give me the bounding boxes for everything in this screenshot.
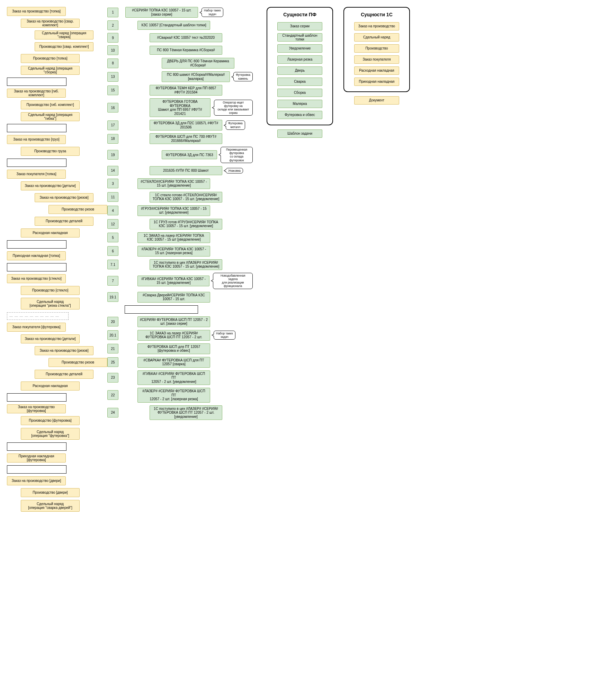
- callout: Футеровка металл: [226, 120, 245, 129]
- left-node: Производство [футеровка]: [21, 416, 80, 425]
- mid-node: 1С стекло готово #СТЕКЛО##СЕРИЯ# ТОПКА К…: [150, 192, 222, 203]
- mid-row: 8ДВЕРЬ ДЛЯ ПС 800 Тёмная Керамика #Сборк…: [107, 58, 253, 69]
- row-number: 20: [107, 317, 118, 326]
- mid-row: 3#СТЕКЛО##СЕРИЯ# ТОПКА КЗС 10057 - 15 шт…: [107, 178, 253, 189]
- separator-box: [7, 124, 66, 132]
- 1c-item: Расходная накладная: [354, 66, 399, 75]
- left-node: Производство [гиб. комплект]: [21, 100, 80, 109]
- left-node: Приходная накладная [топка]: [7, 251, 66, 260]
- row-number: 21: [107, 344, 118, 353]
- mid-row: 9#Сварка# КЗС 10057 тест №202020: [107, 33, 253, 43]
- mid-node: 201635 #УП# ПС 800 Шамот: [150, 166, 222, 175]
- mid-node: 1С поступило в цех #ЛАЗЕР# #СЕРИЯ# ТОПКА…: [150, 259, 222, 270]
- pf-extra-template: Шаблон задачи: [277, 129, 322, 138]
- pf-item: Заказ серии: [277, 22, 322, 30]
- left-node: Заказ на производство [детали]: [21, 181, 80, 190]
- separator-box: [7, 465, 66, 474]
- left-node: Сдельный наряд [операция "гибка"]: [21, 112, 80, 121]
- mid-node: 1С ГРУЗ готов #ГРУЗ##СЕРИЯ# ТОПКА КЗС 10…: [150, 219, 222, 230]
- middle-column: 1#СЕРИЯ# ТОПКА КЗС 10057 - 15 шт. [заказ…: [107, 7, 253, 420]
- pf-item: Дверь: [277, 66, 322, 75]
- left-node: Расходная накладная: [21, 228, 80, 237]
- row-number: 23: [107, 373, 118, 383]
- panel-pf: Сущности ПФ Заказ серииСтандартный шабло…: [267, 7, 333, 125]
- row-number: 11: [107, 192, 118, 202]
- panel-1c-wrap: Сущности 1С Заказ на производствоСдельны…: [343, 7, 410, 138]
- 1c-item: Заказ покупателя: [354, 55, 399, 64]
- left-node: Заказ покупателя [футеровка]: [7, 323, 66, 332]
- left-node: Производство резов: [48, 205, 107, 214]
- row-number: 3: [107, 179, 118, 188]
- callout: Набор таких задач: [201, 8, 223, 17]
- left-node: Приходная накладная [футеровка]: [7, 454, 66, 463]
- left-node: Заказ на производство [свар. комплект]: [21, 19, 80, 28]
- mid-row: 7.11С поступило в цех #ЛАЗЕР# #СЕРИЯ# ТО…: [107, 259, 253, 270]
- left-node: Производство деталей: [35, 217, 93, 226]
- mid-row: 21ФУТЕРОВКА ШСП для ПТ 12057 [футеровка …: [107, 343, 253, 354]
- mid-node: 1С ЗАКАЗ на лазер #СЕРИЯ# ФУТЕРОВКА ШСП …: [137, 330, 210, 341]
- panel-1c-title: Сущности 1С: [361, 12, 393, 17]
- mid-row: 2КЗС 10057 [Стандартный шаблон топки]: [107, 20, 253, 30]
- mid-node: ФУТЕРОВКА 3Д для П2С 10057L #ФУТ# 201506: [150, 120, 222, 131]
- mid-node: #ГРУЗ##СЕРИЯ# ТОПКА КЗС 10057 - 15 шт. […: [137, 205, 210, 216]
- left-node: Производство груза: [21, 147, 80, 156]
- mid-row: 6#ЛАЗЕР# #СЕРИЯ# ТОПКА КЗС 10057 - 15 шт…: [107, 246, 253, 257]
- row-number: 4: [107, 206, 118, 215]
- 1c-item: Сдельный наряд: [354, 33, 399, 42]
- panel-pf-wrap: Сущности ПФ Заказ серииСтандартный шабло…: [267, 7, 333, 138]
- mid-row: 7#ГИБКА# #СЕРИЯ# ТОПКА КЗС 10057 - 15 шт…: [107, 273, 253, 289]
- separator-box: [7, 393, 66, 402]
- mid-node: #СЕРИЯ# ТОПКА КЗС 10057 - 15 шт. [заказ …: [125, 7, 198, 18]
- row-number: 18: [107, 134, 118, 144]
- callout: Новодобавленная задача для реализации фу…: [213, 273, 253, 289]
- left-node: Заказ покупателя [топка]: [7, 170, 66, 179]
- row-number: 7.1: [107, 260, 118, 269]
- mid-node: #ЛАЗЕР# #СЕРИЯ# ТОПКА КЗС 10057 - 15 шт.…: [137, 246, 210, 257]
- row-number: 20.1: [107, 330, 118, 340]
- left-node: Заказ на производство [груз]: [7, 135, 66, 144]
- mid-node: 1С поступило в цех #ЛАЗЕР# #СЕРИЯ# ФУТЕР…: [150, 405, 222, 420]
- mid-node: #ГИБКА# #СЕРИЯ# ФУТЕРОВКА ШСП ПТ 12057 -…: [137, 370, 210, 385]
- mid-node: ФУТЕРОВКА ШСП для ПТ 12057 [футеровка и …: [137, 343, 210, 354]
- mid-row: 13ПС 800 шамот #Сборка##Малярка# [малярк…: [107, 71, 253, 82]
- left-node: Сдельный наряд [операция "футеровка"]: [21, 428, 80, 440]
- row-number: 22: [107, 390, 118, 400]
- row-number: 19: [107, 150, 118, 160]
- pf-item: Малярка: [277, 100, 322, 108]
- separator-box: [7, 78, 66, 86]
- row-number: 17: [107, 120, 118, 130]
- mid-node: #Сварка# КЗС 10057 тест №202020: [150, 33, 222, 42]
- left-node: Заказ на производство [детали]: [21, 334, 80, 343]
- mid-row: 121С ГРУЗ готов #ГРУЗ##СЕРИЯ# ТОПКА КЗС …: [107, 219, 253, 230]
- row-number: 12: [107, 219, 118, 229]
- callout: Оператор ищет футеровку на складе или за…: [214, 100, 253, 116]
- mid-row: 19ФУТЕРОВКА 3Д для ПС 7363Перемещенная ф…: [107, 147, 253, 163]
- left-node: Производство [стекло]: [21, 286, 80, 295]
- row-number: 24: [107, 408, 118, 418]
- pf-item: Футеровка и обвес: [277, 111, 322, 119]
- left-node: Производство деталей: [35, 370, 93, 379]
- left-column: Заказ на производство [топка]Заказ на пр…: [7, 7, 93, 512]
- separator-box: [7, 240, 66, 249]
- mid-row: 10ПС 800 Тёмная Керамика #Сборка#: [107, 45, 253, 55]
- mid-row: 18ФУТЕРОВКА ШСП для ПС 700 #ФУТ# 201666#…: [107, 133, 253, 144]
- left-node: Производство [двери]: [21, 488, 80, 497]
- mid-row: 22#ЛАЗЕР# #СЕРИЯ# ФУТЕРОВКА ШСП ПТ 12057…: [107, 388, 253, 403]
- mid-node: ДВЕРЬ ДЛЯ ПС 800 Тёмная Керамика #Сборка…: [162, 58, 234, 69]
- callout: Набор таких задач: [214, 331, 235, 340]
- left-node: Заказ на производство [топка]: [7, 7, 66, 16]
- mid-row: 14201635 #УП# ПС 800 ШамотУпаковка: [107, 166, 253, 176]
- mid-node: ФУТЕРОВКА ШСП для ПС 700 #ФУТ# 201666#Ма…: [150, 133, 222, 144]
- dashed-separator: — — — — — — — — — —: [7, 312, 69, 320]
- mid-node: ПС 800 Тёмная Керамика #Сборка#: [150, 46, 222, 55]
- mid-row: 25#СВАРКА# ФУТЕРОВКА ШСП для ПТ 12057 [с…: [107, 357, 253, 368]
- panel-pf-title: Сущности ПФ: [283, 12, 316, 17]
- separator-box: [7, 442, 66, 451]
- row-number: 9: [107, 33, 118, 43]
- left-node: Сдельный наряд [операция "сварка]: [35, 30, 93, 39]
- mid-node: #ЛАЗЕР# #СЕРИЯ# ФУТЕРОВКА ШСП ПТ 12057 -…: [137, 388, 210, 403]
- left-node: Сдельный наряд [операция "сварка дверей"…: [21, 500, 80, 512]
- row-number: 15: [107, 86, 118, 95]
- mid-row: 23#ГИБКА# #СЕРИЯ# ФУТЕРОВКА ШСП ПТ 12057…: [107, 370, 253, 385]
- callout: Футеровка камень: [233, 72, 253, 81]
